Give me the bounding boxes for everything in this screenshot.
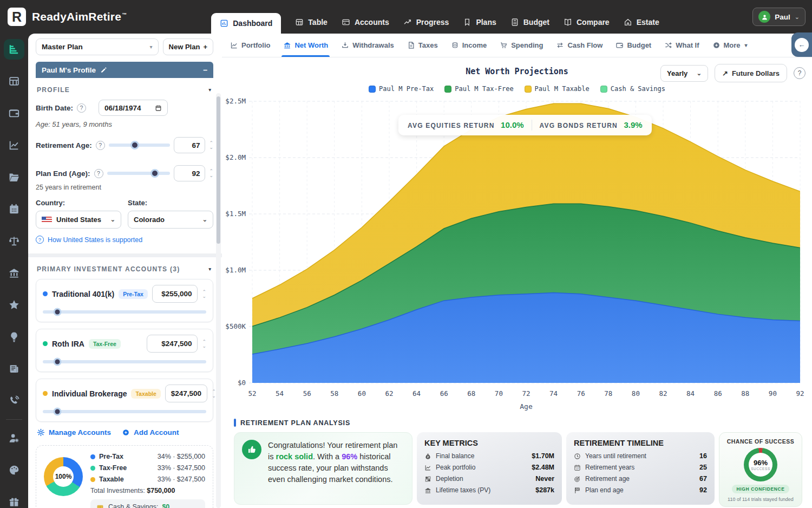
subnav-item-more[interactable]: More ▾ — [712, 34, 748, 57]
chart-legend-item[interactable]: Paul M Tax-Free — [444, 85, 513, 93]
slider-thumb[interactable] — [130, 141, 139, 149]
plan-select[interactable]: Master Plan ▾ — [36, 38, 159, 55]
chart-legend-item[interactable]: Paul M Taxable — [525, 85, 590, 93]
net-worth-area-chart[interactable]: $0$500K$1.0M$1.5M$2.0M$2.5M5254565860626… — [223, 96, 811, 413]
rail-item-files[interactable] — [4, 167, 24, 187]
panel-collapse-button[interactable]: ← — [791, 32, 812, 57]
edit-pencil-icon[interactable] — [100, 67, 107, 74]
subnav-item[interactable]: Income — [451, 34, 487, 57]
chevron-down-icon[interactable]: ⌄ — [202, 294, 206, 298]
future-dollars-button[interactable]: ↗ Future Dollars — [715, 64, 787, 82]
nav-tab[interactable]: Budget — [510, 18, 549, 27]
birth-date-input[interactable]: 06/18/1974 — [99, 100, 168, 116]
nav-tab[interactable]: Progress — [403, 18, 449, 27]
plus-circle-icon — [122, 428, 130, 437]
subnav-item[interactable]: Spending — [500, 34, 543, 57]
rail-item-appearance[interactable] — [4, 460, 24, 480]
country-select[interactable]: United States ⌄ — [36, 211, 121, 229]
rail-item-wallet[interactable] — [4, 103, 24, 123]
rail-item-news[interactable] — [4, 359, 24, 379]
chart-legend-item[interactable]: Paul M Pre-Tax — [369, 85, 434, 93]
slider-thumb[interactable] — [54, 308, 62, 316]
nav-tab[interactable]: Plans — [463, 18, 496, 27]
panel-scrollbar[interactable] — [216, 93, 221, 508]
slider-thumb[interactable] — [54, 408, 62, 416]
new-plan-button[interactable]: New Plan + — [163, 38, 213, 55]
stepper[interactable]: ⌃⌄ — [212, 389, 216, 398]
rail-item-tips[interactable] — [4, 327, 24, 347]
scrollbar-thumb[interactable] — [217, 96, 220, 244]
banknote-icon — [96, 504, 104, 508]
collapse-minus-icon[interactable]: – — [203, 66, 207, 74]
account-value-input[interactable]: $247,500 — [147, 335, 198, 353]
chevron-down-icon[interactable]: ⌄ — [212, 394, 216, 398]
rail-item-rewards[interactable] — [4, 492, 24, 508]
nav-tab[interactable]: Dashboard — [211, 13, 281, 34]
rail-item-account-settings[interactable] — [4, 428, 24, 448]
chart-legend-item[interactable]: Cash & Savings — [600, 85, 665, 93]
nav-tab[interactable]: Compare — [564, 18, 610, 27]
subnav-item[interactable]: Budget — [615, 34, 651, 57]
account-slider[interactable] — [43, 410, 206, 413]
metric-icon — [574, 476, 581, 483]
rail-item-legal[interactable] — [4, 231, 24, 251]
profile-card-header[interactable]: Paul M's Profile – — [36, 62, 213, 78]
subnav-item[interactable]: Cash Flow — [556, 34, 603, 57]
metric-icon — [574, 464, 581, 471]
help-icon[interactable]: ? — [96, 141, 105, 150]
help-icon[interactable]: ? — [794, 67, 806, 79]
period-select[interactable]: Yearly ⌄ — [660, 65, 708, 82]
country-label: Country: — [36, 199, 121, 207]
rail-item-table[interactable] — [4, 71, 24, 92]
add-account-link[interactable]: Add Account — [122, 428, 179, 437]
plan-end-input[interactable]: 92 — [174, 165, 205, 181]
stepper[interactable]: ⌃⌄ — [209, 169, 213, 178]
subnav-item[interactable]: Net Worth — [283, 34, 328, 57]
subnav-item[interactable]: What If — [664, 34, 699, 57]
trials-note: 110 of 114 trials stayed funded — [728, 497, 794, 502]
state-select[interactable]: Colorado ⌄ — [128, 211, 213, 229]
account-slider[interactable] — [43, 360, 206, 363]
metric-row: Years until retirement 16 — [574, 452, 707, 460]
help-icon[interactable]: ? — [94, 169, 103, 178]
subnav-item-icon — [451, 41, 459, 49]
help-icon[interactable]: ? — [77, 103, 86, 113]
rail-item-favorites[interactable] — [4, 295, 24, 315]
nav-tab[interactable]: Accounts — [342, 18, 389, 27]
rail-item-dashboard[interactable] — [4, 39, 24, 60]
user-menu-button[interactable]: Paul ⌄ — [752, 8, 806, 26]
account-color-dot — [43, 341, 48, 346]
chevron-down-icon[interactable]: ⌄ — [209, 173, 213, 178]
rail-item-calendar[interactable] — [4, 199, 24, 219]
account-value-input[interactable]: $247,500 — [165, 385, 207, 402]
stepper[interactable]: ⌃⌄ — [202, 340, 206, 348]
plan-bar: Master Plan ▾ New Plan + — [36, 38, 213, 55]
section-caret-icon[interactable]: ▼ — [208, 87, 212, 93]
subnav-item[interactable]: Taxes — [407, 34, 438, 57]
account-slider[interactable] — [43, 310, 206, 314]
retirement-age-slider[interactable] — [109, 144, 171, 147]
stepper[interactable]: ⌃⌄ — [209, 141, 213, 149]
plan-end-slider[interactable] — [107, 172, 171, 175]
nav-tab[interactable]: Table — [295, 18, 328, 27]
icon-rail — [0, 34, 28, 508]
manage-accounts-link[interactable]: Manage Accounts — [37, 428, 111, 437]
metric-value: 16 — [699, 452, 707, 460]
rail-item-contact[interactable] — [4, 390, 24, 411]
account-value-input[interactable]: $255,000 — [152, 285, 198, 303]
scales-icon — [8, 235, 20, 247]
slider-thumb[interactable] — [54, 358, 62, 366]
slider-thumb[interactable] — [150, 169, 159, 178]
nav-tab[interactable]: Estate — [624, 18, 659, 27]
congratulations-text: Congratulations! Your retirement plan is… — [268, 440, 404, 497]
rail-item-institutions[interactable] — [4, 263, 24, 283]
subnav-item[interactable]: Withdrawals — [341, 34, 394, 57]
chevron-down-icon[interactable]: ⌄ — [209, 145, 213, 149]
country-support-link[interactable]: ? How United States is supported — [36, 236, 213, 244]
stepper[interactable]: ⌃⌄ — [202, 290, 206, 298]
subnav-item[interactable]: Portfolio — [230, 34, 270, 57]
rail-item-performance[interactable] — [4, 135, 24, 155]
retirement-age-input[interactable]: 67 — [174, 137, 205, 153]
section-caret-icon[interactable]: ▼ — [208, 266, 212, 272]
chevron-down-icon[interactable]: ⌄ — [202, 344, 206, 348]
